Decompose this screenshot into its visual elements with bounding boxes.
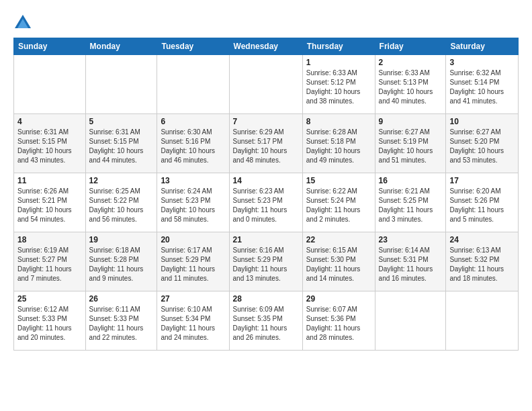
day-info: Sunrise: 6:10 AM Sunset: 5:34 PM Dayligh…: [161, 305, 225, 342]
calendar-cell: [14, 55, 86, 114]
calendar-cell: [85, 55, 157, 114]
calendar-week-row: 18Sunrise: 6:19 AM Sunset: 5:27 PM Dayli…: [14, 232, 519, 291]
day-info: Sunrise: 6:21 AM Sunset: 5:25 PM Dayligh…: [379, 187, 443, 224]
day-info: Sunrise: 6:25 AM Sunset: 5:22 PM Dayligh…: [89, 187, 154, 224]
day-info: Sunrise: 6:12 AM Sunset: 5:33 PM Dayligh…: [17, 305, 82, 342]
calendar-cell: 20Sunrise: 6:17 AM Sunset: 5:29 PM Dayli…: [157, 232, 229, 291]
calendar-week-row: 25Sunrise: 6:12 AM Sunset: 5:33 PM Dayli…: [14, 291, 519, 351]
day-number: 23: [379, 235, 443, 244]
day-of-week-header: Monday: [85, 38, 157, 55]
calendar-header-row: SundayMondayTuesdayWednesdayThursdayFrid…: [14, 38, 519, 55]
day-number: 17: [449, 176, 515, 185]
page: SundayMondayTuesdayWednesdayThursdayFrid…: [0, 0, 532, 411]
day-number: 9: [379, 117, 443, 126]
day-number: 4: [17, 117, 82, 126]
day-info: Sunrise: 6:28 AM Sunset: 5:18 PM Dayligh…: [306, 128, 371, 165]
calendar-cell: 1Sunrise: 6:33 AM Sunset: 5:12 PM Daylig…: [302, 55, 375, 114]
day-info: Sunrise: 6:23 AM Sunset: 5:23 PM Dayligh…: [233, 187, 299, 224]
day-number: 29: [306, 294, 371, 304]
calendar-cell: 29Sunrise: 6:07 AM Sunset: 5:36 PM Dayli…: [302, 291, 375, 351]
calendar-cell: [157, 55, 229, 114]
day-number: 21: [233, 235, 299, 244]
calendar-cell: 2Sunrise: 6:33 AM Sunset: 5:13 PM Daylig…: [375, 55, 446, 114]
calendar-cell: 10Sunrise: 6:27 AM Sunset: 5:20 PM Dayli…: [446, 114, 519, 173]
day-number: 24: [449, 235, 515, 244]
day-info: Sunrise: 6:31 AM Sunset: 5:15 PM Dayligh…: [89, 128, 154, 165]
calendar-cell: 13Sunrise: 6:24 AM Sunset: 5:23 PM Dayli…: [157, 173, 229, 232]
calendar-cell: 11Sunrise: 6:26 AM Sunset: 5:21 PM Dayli…: [14, 173, 86, 232]
calendar-cell: 28Sunrise: 6:09 AM Sunset: 5:35 PM Dayli…: [229, 291, 302, 351]
day-info: Sunrise: 6:31 AM Sunset: 5:15 PM Dayligh…: [17, 128, 82, 165]
day-number: 6: [161, 117, 225, 126]
day-number: 1: [306, 58, 371, 67]
day-info: Sunrise: 6:20 AM Sunset: 5:26 PM Dayligh…: [449, 187, 515, 224]
day-number: 25: [17, 294, 82, 304]
day-of-week-header: Tuesday: [157, 38, 229, 55]
day-info: Sunrise: 6:09 AM Sunset: 5:35 PM Dayligh…: [233, 305, 299, 342]
day-number: 7: [233, 117, 299, 126]
logo-icon: [13, 13, 32, 32]
day-info: Sunrise: 6:14 AM Sunset: 5:31 PM Dayligh…: [379, 246, 443, 283]
day-number: 3: [449, 58, 515, 67]
calendar-cell: 19Sunrise: 6:18 AM Sunset: 5:28 PM Dayli…: [85, 232, 157, 291]
calendar-cell: 17Sunrise: 6:20 AM Sunset: 5:26 PM Dayli…: [446, 173, 519, 232]
day-info: Sunrise: 6:17 AM Sunset: 5:29 PM Dayligh…: [161, 246, 225, 283]
calendar-cell: 5Sunrise: 6:31 AM Sunset: 5:15 PM Daylig…: [85, 114, 157, 173]
day-number: 18: [17, 235, 82, 244]
day-info: Sunrise: 6:24 AM Sunset: 5:23 PM Dayligh…: [161, 187, 225, 224]
day-number: 20: [161, 235, 225, 244]
day-number: 28: [233, 294, 299, 304]
day-info: Sunrise: 6:33 AM Sunset: 5:13 PM Dayligh…: [379, 68, 443, 106]
day-number: 13: [161, 176, 225, 185]
day-info: Sunrise: 6:11 AM Sunset: 5:33 PM Dayligh…: [89, 305, 154, 342]
calendar-cell: [446, 291, 519, 351]
day-number: 15: [306, 176, 371, 185]
logo: [13, 13, 35, 32]
day-of-week-header: Friday: [375, 38, 446, 55]
calendar-week-row: 1Sunrise: 6:33 AM Sunset: 5:12 PM Daylig…: [14, 55, 519, 114]
calendar-cell: 14Sunrise: 6:23 AM Sunset: 5:23 PM Dayli…: [229, 173, 302, 232]
calendar-cell: 16Sunrise: 6:21 AM Sunset: 5:25 PM Dayli…: [375, 173, 446, 232]
day-info: Sunrise: 6:26 AM Sunset: 5:21 PM Dayligh…: [17, 187, 82, 224]
calendar-cell: 3Sunrise: 6:32 AM Sunset: 5:14 PM Daylig…: [446, 55, 519, 114]
calendar-cell: 4Sunrise: 6:31 AM Sunset: 5:15 PM Daylig…: [14, 114, 86, 173]
day-number: 12: [89, 176, 154, 185]
day-info: Sunrise: 6:29 AM Sunset: 5:17 PM Dayligh…: [233, 128, 299, 165]
day-info: Sunrise: 6:18 AM Sunset: 5:28 PM Dayligh…: [89, 246, 154, 283]
day-info: Sunrise: 6:32 AM Sunset: 5:14 PM Dayligh…: [449, 68, 515, 106]
calendar-week-row: 11Sunrise: 6:26 AM Sunset: 5:21 PM Dayli…: [14, 173, 519, 232]
day-number: 10: [449, 117, 515, 126]
day-info: Sunrise: 6:07 AM Sunset: 5:36 PM Dayligh…: [306, 305, 371, 342]
day-of-week-header: Thursday: [302, 38, 375, 55]
calendar: SundayMondayTuesdayWednesdayThursdayFrid…: [13, 38, 519, 351]
day-number: 2: [379, 58, 443, 67]
calendar-cell: 23Sunrise: 6:14 AM Sunset: 5:31 PM Dayli…: [375, 232, 446, 291]
day-number: 14: [233, 176, 299, 185]
day-number: 5: [89, 117, 154, 126]
calendar-cell: 9Sunrise: 6:27 AM Sunset: 5:19 PM Daylig…: [375, 114, 446, 173]
calendar-cell: [229, 55, 302, 114]
day-number: 19: [89, 235, 154, 244]
day-info: Sunrise: 6:13 AM Sunset: 5:32 PM Dayligh…: [449, 246, 515, 283]
calendar-week-row: 4Sunrise: 6:31 AM Sunset: 5:15 PM Daylig…: [14, 114, 519, 173]
day-info: Sunrise: 6:16 AM Sunset: 5:29 PM Dayligh…: [233, 246, 299, 283]
calendar-cell: 21Sunrise: 6:16 AM Sunset: 5:29 PM Dayli…: [229, 232, 302, 291]
calendar-cell: 26Sunrise: 6:11 AM Sunset: 5:33 PM Dayli…: [85, 291, 157, 351]
day-info: Sunrise: 6:22 AM Sunset: 5:24 PM Dayligh…: [306, 187, 371, 224]
header: [13, 11, 519, 32]
calendar-cell: 15Sunrise: 6:22 AM Sunset: 5:24 PM Dayli…: [302, 173, 375, 232]
day-info: Sunrise: 6:33 AM Sunset: 5:12 PM Dayligh…: [306, 68, 371, 106]
day-info: Sunrise: 6:15 AM Sunset: 5:30 PM Dayligh…: [306, 246, 371, 283]
day-of-week-header: Wednesday: [229, 38, 302, 55]
day-number: 16: [379, 176, 443, 185]
calendar-cell: 8Sunrise: 6:28 AM Sunset: 5:18 PM Daylig…: [302, 114, 375, 173]
day-number: 27: [161, 294, 225, 304]
calendar-cell: 7Sunrise: 6:29 AM Sunset: 5:17 PM Daylig…: [229, 114, 302, 173]
calendar-cell: 25Sunrise: 6:12 AM Sunset: 5:33 PM Dayli…: [14, 291, 86, 351]
day-info: Sunrise: 6:27 AM Sunset: 5:19 PM Dayligh…: [379, 128, 443, 165]
calendar-cell: 18Sunrise: 6:19 AM Sunset: 5:27 PM Dayli…: [14, 232, 86, 291]
calendar-cell: 27Sunrise: 6:10 AM Sunset: 5:34 PM Dayli…: [157, 291, 229, 351]
day-info: Sunrise: 6:19 AM Sunset: 5:27 PM Dayligh…: [17, 246, 82, 283]
day-number: 22: [306, 235, 371, 244]
calendar-cell: 6Sunrise: 6:30 AM Sunset: 5:16 PM Daylig…: [157, 114, 229, 173]
